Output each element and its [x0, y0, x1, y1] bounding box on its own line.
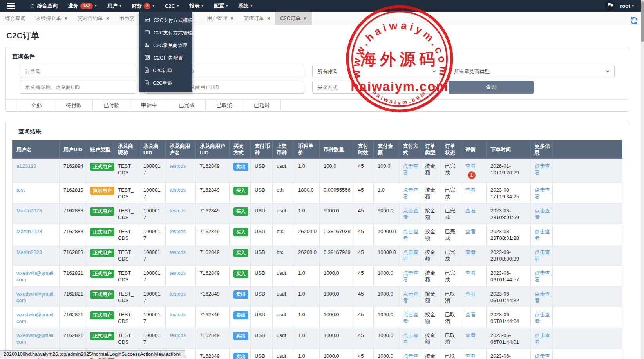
cell-more-info-link[interactable]: 点击查看	[535, 208, 550, 220]
status-tab-paid[interactable]: 已付款	[93, 100, 130, 111]
user-menu[interactable]: root ▾	[620, 3, 634, 9]
cell-detail-link[interactable]: 查看	[465, 208, 476, 214]
cell-merchant-user-link[interactable]: testcds	[170, 270, 186, 276]
column-header: 用户名	[13, 140, 60, 159]
close-icon[interactable]: ✖	[230, 16, 233, 20]
scrollbar-thumb[interactable]	[641, 1, 644, 42]
cell-pay-method-link[interactable]: 点击查看	[403, 353, 418, 359]
scrollbar-track[interactable]	[641, 0, 644, 359]
tab-perpetual[interactable]: 永续持仓单✖	[31, 12, 72, 25]
close-icon[interactable]: ✖	[64, 16, 67, 20]
cell-more-info-link[interactable]: 点击查看	[535, 249, 550, 262]
cell-pay-method-link[interactable]: 点击查看	[403, 312, 418, 324]
nav-item-reports[interactable]: 报表▾	[190, 2, 204, 9]
cell-pay-method-link[interactable]: 点击查看	[403, 291, 418, 303]
cell-detail-link[interactable]: 查看	[465, 187, 476, 193]
menu-item-pay-manage[interactable]: C2C支付方式管理	[139, 27, 192, 39]
status-tab-pending-payment[interactable]: 待付款	[55, 100, 93, 111]
refresh-icon[interactable]	[630, 16, 638, 26]
cell-username-link[interactable]: Martin2023	[16, 249, 42, 255]
cell-detail-link[interactable]: 查看	[465, 249, 476, 255]
account-select[interactable]: 所有账号	[312, 65, 441, 78]
cell-pay-method-link[interactable]: 点击查看	[403, 187, 418, 199]
nav-item-users[interactable]: 用户▾	[107, 2, 121, 9]
cell-merchant-user-uid: 7162849	[196, 245, 230, 266]
trade-type-select[interactable]: 买卖方式	[312, 81, 441, 94]
cell-username-link[interactable]: wxedwin@gmail.com	[16, 312, 55, 324]
cell-username-link[interactable]: Martin2023	[16, 208, 42, 214]
status-tab-cancelled[interactable]: 已取消	[206, 100, 243, 111]
cell-username-link[interactable]: wxedwin@gmail.com	[16, 270, 55, 283]
merchant-type-select[interactable]: 所有承兑商类型	[449, 65, 615, 78]
tab-c2c-orders[interactable]: C2C订单✖	[275, 12, 312, 25]
cell-detail-link[interactable]: 查看	[465, 163, 476, 169]
cell-unit-price: 1.0	[294, 159, 320, 183]
cell-username-link[interactable]: a123123	[16, 163, 36, 169]
cell-pay-amount: 10000.0	[374, 224, 399, 245]
cell-more-info-link[interactable]: 点击查看	[535, 291, 550, 303]
menu-item-orders[interactable]: C2C订单	[139, 64, 192, 77]
tab-dashboard[interactable]: 综合查询	[0, 12, 31, 25]
cell-pay-method-link[interactable]: 点击查看	[403, 163, 418, 176]
order-no-input[interactable]	[20, 65, 136, 78]
merchant-input[interactable]	[20, 81, 136, 94]
tab-user-manage[interactable]: 用户管理✖	[202, 12, 239, 25]
nav-item-finance[interactable]: 财务2▾	[132, 2, 154, 9]
menu-item-merchant-manage[interactable]: C2C承兑商管理	[139, 39, 192, 52]
cell-more-info-link[interactable]: 点击查看	[535, 332, 550, 345]
cell-more-info-link[interactable]: 点击查看	[535, 228, 550, 241]
cell-pay-method-link[interactable]: 点击查看	[403, 208, 418, 220]
tab-bar: 综合查询永续持仓单✖交割合约单✖币币交用户管理✖充值订单✖C2C订单✖	[0, 12, 644, 25]
search-button[interactable]: 查询	[449, 81, 534, 94]
cell-username: wxedwin@gmail.com	[13, 307, 60, 328]
cell-username-link[interactable]: test	[16, 187, 25, 193]
status-tab-timeout[interactable]: 已超时	[243, 100, 281, 111]
nav-item-system[interactable]: 系统▾	[239, 2, 253, 9]
cell-username-link[interactable]: wxedwin@gmail.com	[16, 332, 55, 345]
cell-detail-link[interactable]: 查看	[465, 353, 476, 359]
cell-detail-link[interactable]: 查看	[465, 312, 476, 317]
cell-pay-method-link[interactable]: 点击查看	[403, 332, 418, 345]
cell-username-link[interactable]: Martin2023	[16, 228, 42, 234]
cell-merchant-user-link[interactable]: testcds	[170, 249, 186, 255]
cell-more-info-link[interactable]: 点击查看	[535, 163, 550, 176]
cell-detail-link[interactable]: 查看	[465, 228, 476, 234]
status-tab-all[interactable]: 全部	[18, 100, 55, 111]
cell-detail-link[interactable]: 查看	[465, 332, 476, 338]
messages-button[interactable]	[605, 1, 615, 11]
nav-item-dashboard[interactable]: 综合查询	[30, 2, 58, 9]
status-tab-completed[interactable]: 已完成	[168, 100, 206, 111]
status-tab-appealing[interactable]: 申诉中	[130, 100, 168, 111]
cell-detail-link[interactable]: 查看	[465, 291, 476, 297]
cell-merchant-user-link[interactable]: testcds	[170, 187, 186, 193]
cell-pay-method: 点击查看	[399, 286, 421, 307]
menu-item-pay-template[interactable]: C2C支付方式模板	[139, 14, 192, 27]
cell-trade-side: 买入	[230, 245, 251, 266]
nav-item-business[interactable]: 业务182▾	[68, 2, 97, 9]
tab-delivery[interactable]: 交割合约单✖	[72, 12, 114, 25]
cell-merchant-user-link[interactable]: testcds	[170, 163, 186, 169]
cell-merchant-user-link[interactable]: testcds	[170, 312, 186, 317]
cell-detail-link[interactable]: 查看	[465, 270, 476, 276]
cell-pay-method-link[interactable]: 点击查看	[403, 228, 418, 241]
menu-item-appeals[interactable]: C2C申诉	[139, 77, 192, 89]
cell-merchant-user-link[interactable]: testcds	[170, 291, 186, 297]
cell-merchant-user-link[interactable]: testcds	[170, 208, 186, 214]
cell-more-info-link[interactable]: 点击查看	[535, 270, 550, 283]
hamburger-menu-icon[interactable]	[0, 0, 22, 12]
cell-merchant-user-link[interactable]: testcds	[170, 228, 186, 234]
cell-merchant-user-link[interactable]: testcds	[170, 332, 186, 338]
cell-username-link[interactable]: wxedwin@gmail.com	[16, 291, 55, 303]
close-icon[interactable]: ✖	[267, 16, 270, 20]
cell-more-info-link[interactable]: 点击查看	[535, 312, 550, 324]
close-icon[interactable]: ✖	[304, 16, 307, 20]
menu-item-ad-config[interactable]: C2C广告配置	[139, 52, 192, 64]
cell-pay-method-link[interactable]: 点击查看	[403, 270, 418, 283]
cell-more-info-link[interactable]: 点击查看	[535, 353, 550, 359]
nav-item-config[interactable]: 配置▾	[214, 2, 228, 9]
cell-pay-method-link[interactable]: 点击查看	[403, 249, 418, 262]
tab-recharge[interactable]: 充值订单✖	[239, 12, 275, 25]
cell-more-info-link[interactable]: 点击查看	[535, 187, 550, 199]
close-icon[interactable]: ✖	[106, 16, 109, 20]
nav-item-c2c[interactable]: C2C▾	[165, 3, 179, 9]
